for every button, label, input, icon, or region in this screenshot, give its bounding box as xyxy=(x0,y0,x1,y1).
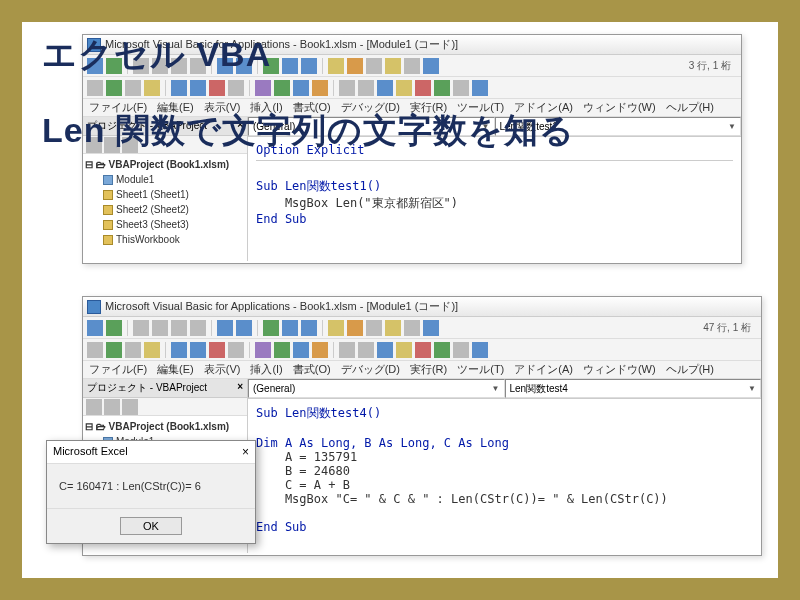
tool-icon[interactable] xyxy=(434,342,450,358)
menu-window[interactable]: ウィンドウ(W) xyxy=(583,362,656,377)
tool-icon[interactable] xyxy=(377,80,393,96)
procedure-dropdown[interactable]: Len関数test4▼ xyxy=(505,379,762,398)
reset-icon[interactable] xyxy=(301,58,317,74)
toolbox-icon[interactable] xyxy=(404,320,420,336)
workbook-icon xyxy=(103,235,113,245)
tool-icon[interactable] xyxy=(472,342,488,358)
code-editor-1[interactable]: Option Explicit Sub Len関数test1() MsgBox … xyxy=(248,137,741,261)
project-root[interactable]: VBAProject (Book1.xlsm) xyxy=(109,159,230,170)
menu-window[interactable]: ウィンドウ(W) xyxy=(583,100,656,115)
toolbox-icon[interactable] xyxy=(404,58,420,74)
object-icon[interactable] xyxy=(385,58,401,74)
tool-icon[interactable] xyxy=(274,80,290,96)
tool-icon[interactable] xyxy=(106,80,122,96)
cut-icon[interactable] xyxy=(152,320,168,336)
tool-icon[interactable] xyxy=(144,80,160,96)
excel-icon[interactable] xyxy=(106,320,122,336)
ok-button[interactable]: OK xyxy=(120,517,182,535)
view-object-icon[interactable] xyxy=(104,399,120,415)
tool-icon[interactable] xyxy=(255,342,271,358)
break-icon[interactable] xyxy=(282,58,298,74)
tool-icon[interactable] xyxy=(434,80,450,96)
run-icon[interactable] xyxy=(263,320,279,336)
menu-debug[interactable]: デバッグ(D) xyxy=(341,362,400,377)
design-icon[interactable] xyxy=(328,58,344,74)
tool-icon[interactable] xyxy=(415,342,431,358)
menu-help[interactable]: ヘルプ(H) xyxy=(666,100,714,115)
menu-format[interactable]: 書式(O) xyxy=(293,362,331,377)
menu-addins[interactable]: アドイン(A) xyxy=(514,362,573,377)
redo-icon[interactable] xyxy=(236,320,252,336)
break-icon[interactable] xyxy=(282,320,298,336)
project-root[interactable]: VBAProject (Book1.xlsm) xyxy=(109,421,230,432)
tool-icon[interactable] xyxy=(106,342,122,358)
menu-run[interactable]: 実行(R) xyxy=(410,362,447,377)
tree-item[interactable]: Sheet3 (Sheet3) xyxy=(116,217,189,232)
menu-help[interactable]: ヘルプ(H) xyxy=(666,362,714,377)
menu-edit[interactable]: 編集(E) xyxy=(157,362,194,377)
tree-item[interactable]: Sheet2 (Sheet2) xyxy=(116,202,189,217)
help-icon[interactable] xyxy=(423,320,439,336)
tool-icon[interactable] xyxy=(144,342,160,358)
view-code-icon[interactable] xyxy=(86,399,102,415)
tool-icon[interactable] xyxy=(171,80,187,96)
tree-item[interactable]: Sheet1 (Sheet1) xyxy=(116,187,189,202)
menu-insert[interactable]: 挿入(I) xyxy=(250,362,282,377)
tool-icon[interactable] xyxy=(125,342,141,358)
tool-icon[interactable] xyxy=(453,342,469,358)
tool-icon[interactable] xyxy=(228,342,244,358)
design-icon[interactable] xyxy=(328,320,344,336)
menu-file[interactable]: ファイル(F) xyxy=(89,362,147,377)
reset-icon[interactable] xyxy=(301,320,317,336)
project-icon[interactable] xyxy=(347,58,363,74)
tool-icon[interactable] xyxy=(228,80,244,96)
toolbar-2a: 47 行, 1 桁 xyxy=(83,317,761,339)
tool-icon[interactable] xyxy=(125,80,141,96)
tool-icon[interactable] xyxy=(293,342,309,358)
tool-icon[interactable] xyxy=(190,342,206,358)
tool-icon[interactable] xyxy=(377,342,393,358)
cursor-pos-1: 3 行, 1 桁 xyxy=(689,59,737,73)
tree-item[interactable]: ThisWorkbook xyxy=(116,232,180,247)
tool-icon[interactable] xyxy=(209,342,225,358)
tool-icon[interactable] xyxy=(87,320,103,336)
menu-view[interactable]: 表示(V) xyxy=(204,362,241,377)
props-icon[interactable] xyxy=(366,320,382,336)
code-editor-2[interactable]: Sub Len関数test4() Dim A As Long, B As Lon… xyxy=(248,399,761,553)
tool-icon[interactable] xyxy=(472,80,488,96)
save-icon[interactable] xyxy=(133,320,149,336)
tool-icon[interactable] xyxy=(453,80,469,96)
tool-icon[interactable] xyxy=(87,80,103,96)
copy-icon[interactable] xyxy=(171,320,187,336)
paste-icon[interactable] xyxy=(190,320,206,336)
help-icon[interactable] xyxy=(423,58,439,74)
tool-icon[interactable] xyxy=(339,80,355,96)
project-icon[interactable] xyxy=(347,320,363,336)
titlebar-2: Microsoft Visual Basic for Applications … xyxy=(83,297,761,317)
tool-icon[interactable] xyxy=(87,342,103,358)
tool-icon[interactable] xyxy=(293,80,309,96)
close-icon[interactable]: × xyxy=(237,381,243,395)
tool-icon[interactable] xyxy=(358,342,374,358)
tool-icon[interactable] xyxy=(396,80,412,96)
tree-item[interactable]: Module1 xyxy=(116,172,154,187)
tool-icon[interactable] xyxy=(312,80,328,96)
object-icon[interactable] xyxy=(385,320,401,336)
tool-icon[interactable] xyxy=(339,342,355,358)
tool-icon[interactable] xyxy=(415,80,431,96)
tool-icon[interactable] xyxy=(171,342,187,358)
tool-icon[interactable] xyxy=(255,80,271,96)
tool-icon[interactable] xyxy=(358,80,374,96)
tool-icon[interactable] xyxy=(312,342,328,358)
tool-icon[interactable] xyxy=(396,342,412,358)
tool-icon[interactable] xyxy=(274,342,290,358)
undo-icon[interactable] xyxy=(217,320,233,336)
close-icon[interactable]: × xyxy=(242,445,249,459)
tool-icon[interactable] xyxy=(190,80,206,96)
tool-icon[interactable] xyxy=(209,80,225,96)
menu-tools[interactable]: ツール(T) xyxy=(457,362,504,377)
sheet-icon xyxy=(103,205,113,215)
object-dropdown[interactable]: (General)▼ xyxy=(248,379,505,398)
props-icon[interactable] xyxy=(366,58,382,74)
folder-icon[interactable] xyxy=(122,399,138,415)
